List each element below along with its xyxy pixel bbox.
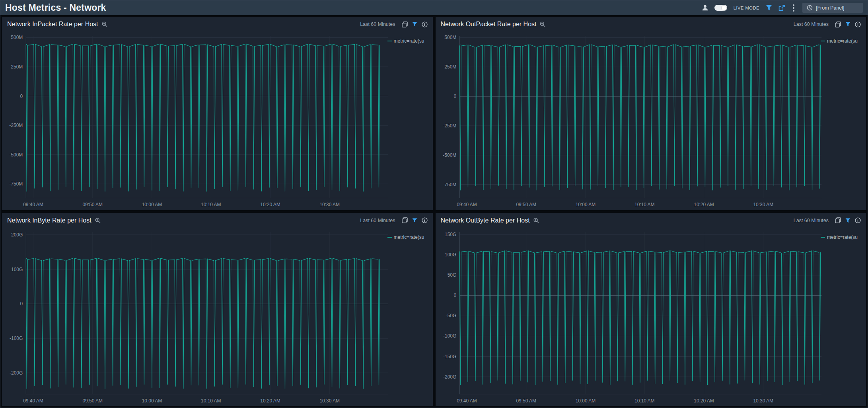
dashboard: Host Metrics - Network LIVE MODE	[0, 0, 868, 408]
svg-text:250M: 250M	[444, 64, 456, 70]
time-range-input[interactable]: [From Panel]	[802, 3, 863, 13]
svg-text:-250M: -250M	[9, 123, 23, 128]
svg-text:10:30 AM: 10:30 AM	[319, 398, 340, 403]
svg-text:-200G: -200G	[10, 370, 23, 375]
svg-text:500M: 500M	[444, 35, 456, 40]
filter-icon[interactable]	[412, 22, 417, 27]
svg-text:09:40 AM: 09:40 AM	[23, 202, 43, 207]
filter-icon[interactable]	[845, 22, 850, 27]
filter-icon[interactable]	[412, 218, 417, 223]
filter-icon[interactable]	[766, 5, 772, 11]
panel-time-range-label: Last 60 Minutes	[794, 21, 829, 27]
legend-swatch	[387, 41, 392, 41]
svg-text:-50G: -50G	[446, 313, 456, 318]
svg-text:-500M: -500M	[443, 152, 456, 158]
panel-title: Network InPacket Rate per Host	[7, 21, 98, 28]
filter-icon[interactable]	[845, 218, 850, 223]
svg-text:09:50 AM: 09:50 AM	[516, 398, 536, 403]
clock-icon	[807, 5, 813, 11]
panel-header: Network OutPacket Rate per Host Last 60 …	[436, 17, 866, 32]
panel-network-outpacket: Network OutPacket Rate per Host Last 60 …	[436, 17, 866, 210]
header-bar: Host Metrics - Network LIVE MODE	[0, 0, 868, 15]
zoom-icon[interactable]	[102, 21, 107, 27]
zoom-icon[interactable]	[533, 218, 539, 223]
copy-panel-icon[interactable]	[835, 21, 841, 27]
legend-swatch	[821, 41, 825, 41]
panel-network-inpacket: Network InPacket Rate per Host Last 60 M…	[2, 17, 433, 210]
info-icon[interactable]	[422, 21, 428, 27]
chart-legend: metric=rate(su	[387, 234, 432, 240]
svg-text:10:30 AM: 10:30 AM	[753, 398, 773, 403]
more-options-icon[interactable]	[791, 4, 796, 12]
chart-network-outbyte[interactable]: 09:40 AM09:50 AM10:00 AM10:10 AM10:20 AM…	[436, 228, 866, 406]
chart-area: 09:40 AM09:50 AM10:00 AM10:10 AM10:20 AM…	[2, 228, 433, 406]
svg-text:50G: 50G	[447, 272, 456, 278]
svg-text:09:50 AM: 09:50 AM	[516, 202, 536, 207]
svg-text:10:20 AM: 10:20 AM	[260, 398, 280, 403]
chart-legend: metric=rate(su	[387, 38, 432, 44]
header-actions: LIVE MODE [From Panel]	[702, 3, 863, 13]
copy-panel-icon[interactable]	[402, 21, 408, 27]
chart-network-inpacket[interactable]: 09:40 AM09:50 AM10:00 AM10:10 AM10:20 AM…	[2, 32, 433, 210]
svg-text:-200G: -200G	[443, 374, 456, 379]
svg-text:10:10 AM: 10:10 AM	[634, 202, 654, 207]
svg-text:10:20 AM: 10:20 AM	[694, 202, 714, 207]
svg-text:150G: 150G	[445, 232, 456, 237]
svg-text:-500M: -500M	[9, 152, 23, 158]
panel-title: Network InByte Rate per Host	[7, 217, 91, 224]
svg-text:10:00 AM: 10:00 AM	[575, 202, 596, 207]
copy-panel-icon[interactable]	[835, 217, 841, 223]
svg-text:-250M: -250M	[443, 123, 456, 129]
page-title: Host Metrics - Network	[5, 2, 106, 13]
panel-title: Network OutByte Rate per Host	[441, 217, 530, 224]
user-icon[interactable]	[702, 5, 708, 11]
svg-text:-100G: -100G	[443, 333, 456, 339]
share-icon[interactable]	[778, 5, 785, 11]
panel-grid: Network InPacket Rate per Host Last 60 M…	[2, 17, 866, 406]
panel-time-range-label: Last 60 Minutes	[794, 218, 829, 223]
info-icon[interactable]	[422, 217, 428, 223]
info-icon[interactable]	[855, 217, 861, 223]
panel-network-outbyte: Network OutByte Rate per Host Last 60 Mi…	[436, 213, 866, 406]
legend-label: metric=rate(su	[394, 38, 424, 44]
svg-text:09:40 AM: 09:40 AM	[23, 398, 43, 403]
svg-text:10:10 AM: 10:10 AM	[201, 202, 221, 207]
svg-text:09:50 AM: 09:50 AM	[82, 398, 103, 403]
chart-area: 09:40 AM09:50 AM10:00 AM10:10 AM10:20 AM…	[436, 228, 866, 406]
svg-text:500M: 500M	[11, 35, 23, 40]
info-icon[interactable]	[855, 21, 861, 27]
chart-network-inbyte[interactable]: 09:40 AM09:50 AM10:00 AM10:10 AM10:20 AM…	[2, 228, 433, 406]
chart-network-outpacket[interactable]: 09:40 AM09:50 AM10:00 AM10:10 AM10:20 AM…	[436, 32, 866, 210]
svg-text:-150G: -150G	[443, 353, 456, 359]
zoom-icon[interactable]	[540, 21, 545, 27]
legend-label: metric=rate(su	[827, 38, 858, 44]
svg-text:10:20 AM: 10:20 AM	[260, 202, 280, 207]
svg-text:0: 0	[20, 94, 23, 99]
panel-header: Network InByte Rate per Host Last 60 Min…	[2, 213, 433, 228]
svg-text:250M: 250M	[11, 64, 23, 70]
svg-text:09:40 AM: 09:40 AM	[457, 398, 477, 403]
panel-actions: Last 60 Minutes	[360, 21, 427, 27]
svg-text:10:10 AM: 10:10 AM	[201, 398, 221, 403]
panel-time-range-label: Last 60 Minutes	[360, 218, 395, 223]
live-mode-toggle[interactable]	[714, 5, 727, 11]
panel-actions: Last 60 Minutes	[794, 217, 861, 223]
svg-text:10:30 AM: 10:30 AM	[753, 202, 773, 207]
panel-time-range-label: Last 60 Minutes	[360, 21, 395, 27]
svg-text:10:10 AM: 10:10 AM	[634, 398, 654, 403]
toggle-knob	[722, 6, 726, 10]
legend-swatch	[821, 237, 825, 238]
svg-text:09:50 AM: 09:50 AM	[82, 202, 103, 207]
copy-panel-icon[interactable]	[402, 217, 408, 223]
legend-label: metric=rate(su	[394, 234, 424, 240]
svg-text:100G: 100G	[11, 266, 23, 272]
svg-text:10:00 AM: 10:00 AM	[142, 398, 162, 403]
panel-header: Network OutByte Rate per Host Last 60 Mi…	[436, 213, 866, 228]
svg-text:200G: 200G	[11, 232, 23, 237]
panel-header: Network InPacket Rate per Host Last 60 M…	[2, 17, 433, 32]
chart-legend: metric=rate(su	[821, 38, 865, 44]
live-mode-label: LIVE MODE	[734, 6, 759, 10]
zoom-icon[interactable]	[95, 218, 101, 223]
panel-actions: Last 60 Minutes	[794, 21, 861, 27]
panel-title: Network OutPacket Rate per Host	[441, 21, 537, 28]
